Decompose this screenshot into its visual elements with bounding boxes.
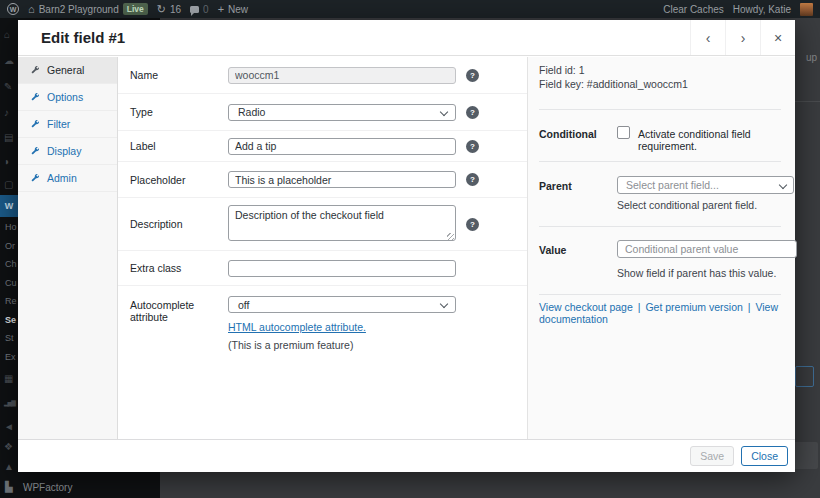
chevron-left-icon: ‹ xyxy=(706,30,711,46)
autocomplete-select[interactable]: off xyxy=(228,296,456,313)
comments-icon xyxy=(190,6,199,13)
sidebar-item-checkout[interactable]: Ch xyxy=(5,259,17,269)
form-row-type: Type Radio ? xyxy=(118,94,527,131)
tab-options[interactable]: Options xyxy=(18,84,117,111)
help-icon[interactable]: ? xyxy=(466,218,479,231)
woocommerce-menu-icon[interactable]: W xyxy=(0,195,18,217)
autocomplete-label: Autocomplete attribute xyxy=(130,296,228,323)
autocomplete-select-value: off xyxy=(238,299,249,311)
tools-icon[interactable]: ▲ xyxy=(4,462,14,472)
placeholder-field[interactable] xyxy=(228,171,456,188)
name-field[interactable] xyxy=(228,67,456,84)
previous-field-button[interactable]: ‹ xyxy=(690,20,725,55)
site-menu[interactable]: ⌂ Barn2 Playground Live xyxy=(28,3,148,15)
modal-footer: Save Close xyxy=(18,439,795,472)
tab-filter[interactable]: Filter xyxy=(18,111,117,138)
next-field-button[interactable]: › xyxy=(725,20,760,55)
sidebar-item-extensions[interactable]: Ex xyxy=(5,352,16,362)
sidebar-item-home[interactable]: Ho xyxy=(5,222,17,232)
description-wrap: Description of the checkout field xyxy=(228,205,456,243)
help-icon[interactable]: ? xyxy=(466,69,479,82)
close-modal-button[interactable]: × xyxy=(760,20,795,55)
tab-display[interactable]: Display xyxy=(18,138,117,165)
link-separator: | xyxy=(636,301,643,313)
products-icon[interactable]: ▦ xyxy=(4,374,13,384)
save-button[interactable]: Save xyxy=(690,446,734,466)
label-label: Label xyxy=(130,140,228,152)
pages-icon[interactable]: ▤ xyxy=(4,133,13,143)
close-icon: × xyxy=(774,30,782,46)
sidebar-item-settings[interactable]: Se xyxy=(5,315,16,325)
side-divider xyxy=(539,161,781,162)
parent-helper: Select conditional parent field. xyxy=(617,199,757,211)
get-premium-version-link[interactable]: Get premium version xyxy=(645,301,742,313)
close-button[interactable]: Close xyxy=(741,446,788,466)
comment-count: 0 xyxy=(203,4,209,15)
comments-sidebar-icon[interactable]: ◗ xyxy=(4,157,10,167)
tab-label: Filter xyxy=(47,118,70,130)
chevron-right-icon: › xyxy=(741,30,746,46)
parent-select-placeholder: Select parent field... xyxy=(626,179,719,191)
updates-menu[interactable]: ↻ 16 xyxy=(157,4,181,15)
conditional-checkbox[interactable] xyxy=(617,126,630,139)
conditional-label: Conditional xyxy=(539,128,597,140)
type-select[interactable]: Radio xyxy=(228,104,456,121)
chevron-down-icon xyxy=(440,300,448,308)
sidebar-item-orders[interactable]: Or xyxy=(5,241,15,251)
plugins-icon[interactable]: ❖ xyxy=(4,442,13,452)
label-field[interactable] xyxy=(228,138,456,155)
jetpack-cloud-icon[interactable]: ☁ xyxy=(4,56,14,66)
wrench-icon xyxy=(30,65,40,75)
autocomplete-doc-link[interactable]: HTML autocomplete attribute. xyxy=(228,321,456,333)
help-icon[interactable]: ? xyxy=(466,106,479,119)
tab-general[interactable]: General xyxy=(18,57,117,84)
modal-title: Edit field #1 xyxy=(18,29,125,46)
page-title-partial: up xyxy=(806,52,817,63)
link-separator: | xyxy=(746,301,753,313)
chevron-down-icon xyxy=(779,181,787,189)
backdrop-panel-partial xyxy=(793,442,818,469)
new-menu[interactable]: + New xyxy=(218,4,248,15)
site-name[interactable]: Barn2 Playground xyxy=(39,4,119,15)
sidebar-item-reports[interactable]: Re xyxy=(5,296,17,306)
tab-label: Display xyxy=(47,145,81,157)
sidebar-item-customers[interactable]: Cu xyxy=(5,278,17,288)
form-row-extra-class: Extra class xyxy=(118,251,527,286)
backdrop-button-partial xyxy=(795,366,814,387)
howdy-menu[interactable]: Howdy, Katie xyxy=(733,4,791,15)
parent-select[interactable]: Select parent field... xyxy=(617,176,794,194)
feedback-icon[interactable]: ▢ xyxy=(4,180,13,190)
value-field[interactable] xyxy=(617,240,797,258)
help-icon[interactable]: ? xyxy=(466,140,479,153)
admin-bar: W ⌂ Barn2 Playground Live ↻ 16 0 + New C… xyxy=(0,0,820,18)
marketing-icon[interactable]: ◄ xyxy=(4,422,14,432)
tab-label: Admin xyxy=(47,172,77,184)
sidebar-item-wpfactory[interactable]: ▙ WPFactory xyxy=(0,478,160,498)
sidebar-item-status[interactable]: St xyxy=(5,333,14,343)
help-icon[interactable]: ? xyxy=(466,173,479,186)
side-divider xyxy=(539,226,781,227)
avatar[interactable] xyxy=(800,3,813,16)
value-label: Value xyxy=(539,244,566,256)
live-badge: Live xyxy=(123,3,148,15)
edit-field-modal: Edit field #1 ‹ › × General Options Filt… xyxy=(18,20,795,472)
side-links: View checkout page | Get premium version… xyxy=(539,301,795,325)
extra-class-field[interactable] xyxy=(228,260,456,277)
plus-icon: + xyxy=(218,4,224,15)
media-icon[interactable]: ♪ xyxy=(4,108,9,118)
wordpress-logo-icon[interactable]: W xyxy=(7,3,19,15)
description-field[interactable]: Description of the checkout field xyxy=(228,205,456,241)
tab-admin[interactable]: Admin xyxy=(18,165,117,192)
value-helper: Show field if parent has this value. xyxy=(617,267,776,279)
clear-caches-button[interactable]: Clear Caches xyxy=(663,4,724,15)
update-count: 16 xyxy=(170,4,181,15)
dashboard-icon[interactable]: ⌂ xyxy=(4,30,10,40)
wrench-icon xyxy=(30,92,40,102)
posts-icon[interactable]: ✎ xyxy=(4,82,12,92)
comments-menu[interactable]: 0 xyxy=(190,4,209,15)
view-checkout-page-link[interactable]: View checkout page xyxy=(539,301,633,313)
tab-label: General xyxy=(47,64,84,76)
analytics-icon[interactable]: ▂▅▇ xyxy=(4,400,15,406)
side-panel: Field id: 1 Field key: #additional_woocc… xyxy=(527,57,795,439)
wrench-icon xyxy=(30,119,40,129)
